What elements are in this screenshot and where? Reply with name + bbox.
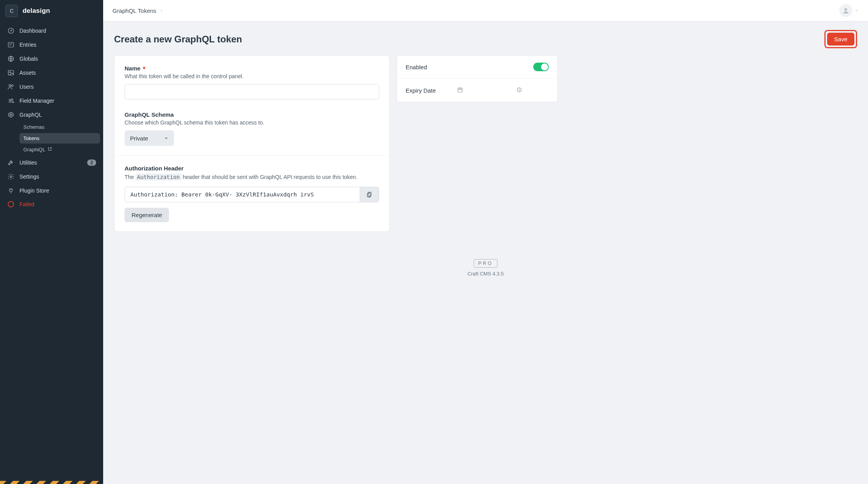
sidebar-item-failed[interactable]: Failed [3,198,100,211]
sidebar-item-globals[interactable]: Globals [3,52,100,66]
subnav-item-label: Tokens [23,135,39,141]
svg-rect-13 [368,192,371,196]
svg-point-12 [845,8,847,11]
save-highlight: Save [824,30,857,48]
sidebar-item-dashboard[interactable]: Dashboard [3,24,100,38]
site-switcher[interactable]: C delasign [0,0,103,21]
svg-point-11 [10,176,12,178]
chevron-down-icon [164,136,169,140]
clipboard-icon [366,191,373,198]
main: Create a new GraphQL token Save Name * W… [103,0,868,292]
sidebar: C delasign Dashboard Entries Globals A [0,0,103,292]
subnav-item-graphiql[interactable]: GraphiQL [19,144,100,155]
page-title: Create a new GraphQL token [114,34,242,45]
graphql-icon [7,111,15,118]
plug-icon [7,187,15,194]
status-ring-icon [7,201,15,207]
side-row-enabled: Enabled [397,56,557,78]
svg-rect-2 [8,42,14,47]
auth-desc-post: header that should be sent with GraphQL … [181,174,357,180]
field-label-text: Name [125,65,141,72]
expiry-time-input[interactable] [525,86,549,95]
sidebar-item-label: Users [19,84,34,90]
sidebar-item-label: Globals [19,56,38,62]
globe-icon [7,55,15,62]
field-auth-header: Authorization Header The Authorization h… [114,155,389,231]
topbar: GraphQL Tokens [103,0,868,21]
sidebar-item-utilities[interactable]: Utilities 2 [3,156,100,170]
select-value: Private [130,135,148,142]
chevron-right-icon [160,7,163,14]
sidebar-item-graphql[interactable]: GraphQL [3,108,100,122]
utilities-badge: 2 [87,160,96,166]
page-header: Create a new GraphQL token Save [103,21,868,55]
sidebar-item-users[interactable]: Users [3,80,100,94]
sidebar-item-plugin-store[interactable]: Plugin Store [3,184,100,198]
field-instructions: What this token will be called in the co… [125,73,379,79]
save-button[interactable]: Save [827,33,854,46]
main-form-card: Name * What this token will be called in… [114,55,390,232]
enabled-toggle[interactable] [533,63,549,71]
footer: PRO Craft CMS 4.3.5 [103,247,868,292]
breadcrumb: GraphQL Tokens [112,7,163,14]
sidebar-item-label: Assets [19,70,36,76]
sidebar-item-label: Field Manager [19,98,54,104]
svg-point-9 [10,100,11,102]
svg-point-1 [11,30,11,31]
sidebar-item-entries[interactable]: Entries [3,38,100,52]
external-link-icon [47,147,52,153]
side-label: Expiry Date [406,87,451,94]
subnav-item-tokens[interactable]: Tokens [19,133,100,144]
sidebar-item-field-manager[interactable]: Field Manager [3,94,100,108]
schema-select[interactable]: Private [125,130,174,146]
sidebar-item-label: Plugin Store [19,188,49,194]
expiry-date-input[interactable] [466,86,505,95]
sidebar-subnav-graphql: Schemas Tokens GraphiQL [3,122,100,155]
gauge-icon [7,27,15,34]
users-icon [7,83,15,90]
user-menu[interactable] [839,4,859,17]
subnav-item-label: Schemas [23,124,44,130]
site-badge: C [5,5,18,17]
regenerate-button[interactable]: Regenerate [125,208,169,222]
side-label: Enabled [406,64,451,70]
sidebar-item-label: Dashboard [19,28,46,34]
svg-point-6 [9,84,11,86]
field-instructions: The Authorization header that should be … [125,173,379,181]
copy-button[interactable] [360,187,379,202]
avatar [839,4,852,17]
svg-rect-4 [8,70,14,75]
auth-desc-code: Authorization [135,174,181,181]
wrench-icon [7,159,15,166]
site-name: delasign [23,7,50,15]
calendar-icon [457,87,463,94]
auth-desc-pre: The [125,174,135,180]
sidebar-item-label: Entries [19,42,37,48]
svg-rect-15 [458,88,462,92]
side-row-expiry: Expiry Date [397,78,557,102]
sidebar-item-assets[interactable]: Assets [3,66,100,80]
field-schema: GraphQL Schema Choose which GraphQL sche… [114,109,389,155]
breadcrumb-root[interactable]: GraphQL Tokens [112,7,156,14]
sidebar-item-label: Failed [19,201,34,207]
field-instructions: Choose which GraphQL schema this token h… [125,119,379,126]
svg-rect-14 [367,193,371,197]
field-label-text: Authorization Header [125,165,184,172]
svg-point-7 [12,85,14,87]
expiry-date-group [457,86,549,95]
field-name: Name * What this token will be called in… [114,56,389,109]
svg-point-8 [12,99,13,100]
sidebar-item-label: GraphQL [19,112,42,118]
auth-header-copy-row [125,187,379,202]
cms-version: Craft CMS 4.3.5 [103,271,868,277]
edition-badge: PRO [474,259,497,268]
svg-point-10 [13,102,14,103]
auth-header-value[interactable] [125,187,360,202]
sliders-icon [7,97,15,104]
clock-icon [516,87,522,94]
sidebar-item-settings[interactable]: Settings [3,170,100,184]
primary-nav: Dashboard Entries Globals Assets Users [0,21,103,292]
subnav-item-schemas[interactable]: Schemas [19,122,100,132]
name-input[interactable] [125,84,379,100]
svg-point-5 [9,72,11,73]
